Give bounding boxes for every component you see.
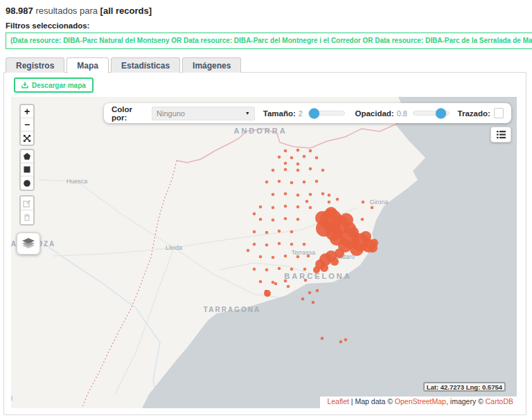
edit-control (19, 195, 35, 226)
draw-circle-button[interactable] (21, 176, 33, 190)
legend-list-button[interactable] (490, 127, 511, 143)
expand-icon (23, 134, 31, 143)
tab-imagenes[interactable]: Imágenes (182, 57, 241, 73)
fullscreen-button[interactable] (21, 131, 33, 145)
circle-icon (23, 179, 31, 188)
osm-link[interactable]: OpenStreetMap (395, 397, 446, 405)
download-map-button[interactable]: Descargar mapa (14, 77, 94, 93)
page: 98.987 resultados para [all records] Fil… (0, 0, 532, 420)
zoom-out-button[interactable]: − (21, 118, 33, 131)
map-attribution: Leaflet | Map data © OpenStreetMap, imag… (320, 396, 517, 408)
results-query: [all records] (100, 6, 152, 16)
selected-filter-chip[interactable]: (Data resource: DIBA-Parc Natural del Mo… (6, 33, 532, 49)
tab-registros[interactable]: Registros (6, 57, 64, 73)
draw-rectangle-button[interactable] (21, 163, 33, 176)
polygon-icon (23, 152, 31, 161)
draw-control (19, 149, 35, 191)
size-value: 2 (299, 109, 303, 118)
results-count: 98.987 (6, 6, 33, 16)
size-slider-thumb[interactable] (309, 108, 319, 118)
tab-bar: Registros Mapa Estadísticas Imágenes (6, 57, 241, 73)
cursor-coordinates: Lat: 42.7273 Lng: 0.5754 (423, 382, 506, 392)
tab-mapa[interactable]: Mapa (66, 57, 109, 73)
outline-label: Trazado: (458, 109, 490, 118)
opacity-slider[interactable] (413, 111, 450, 116)
zoom-in-button[interactable]: + (21, 105, 33, 118)
trazado-checkbox[interactable] (494, 108, 504, 118)
filters-label: Filtros seleccionados: (6, 21, 89, 30)
draw-polygon-button[interactable] (21, 150, 33, 163)
size-label: Tamaño: (263, 109, 296, 118)
carto-link[interactable]: CartoDB (486, 397, 513, 405)
opacity-slider-thumb[interactable] (436, 108, 446, 118)
chevron-down-icon: ▼ (245, 111, 250, 116)
size-slider[interactable] (308, 111, 345, 116)
trash-icon (23, 213, 31, 221)
opacity-label: Opacidad: (355, 109, 393, 118)
download-label: Descargar mapa (32, 82, 86, 89)
map-style-toolbar: Color por: Ninguno ▼ Tamaño: 2 Opacidad:… (104, 103, 511, 123)
rectangle-icon (23, 165, 31, 174)
download-icon (21, 82, 28, 89)
tab-estadisticas[interactable]: Estadísticas (111, 57, 180, 73)
list-icon (496, 130, 506, 139)
zoom-control: + − (19, 104, 35, 146)
layers-button[interactable] (17, 232, 40, 255)
color-by-select[interactable]: Ninguno ▼ (152, 107, 255, 120)
layers-icon (21, 237, 35, 250)
results-text: resultados para (33, 6, 100, 16)
color-by-label: Color por: (112, 105, 148, 122)
occurrence-dots-layer[interactable] (11, 97, 517, 408)
opacity-value: 0.8 (397, 109, 407, 118)
map-canvas[interactable]: ANDORRAHuescaGironaLleidaTerrassaMataróB… (11, 97, 517, 408)
edit-shape-button[interactable] (21, 197, 33, 210)
delete-shape-button[interactable] (21, 210, 33, 224)
edit-icon (23, 199, 31, 208)
leaflet-link[interactable]: Leaflet (327, 397, 349, 405)
attribution-imagery-text: , imagery © (446, 397, 486, 405)
attribution-text: | Map data © (349, 397, 395, 405)
results-summary: 98.987 resultados para [all records] (6, 6, 152, 16)
color-by-value: Ninguno (157, 109, 185, 118)
